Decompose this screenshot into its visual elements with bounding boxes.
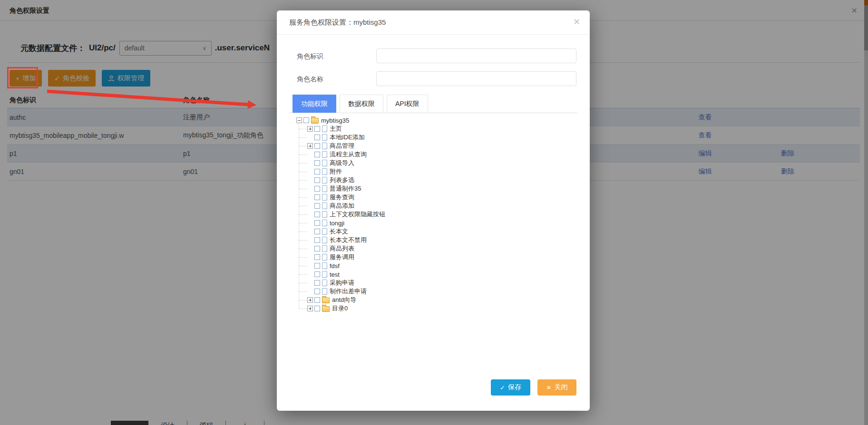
tree-checkbox[interactable] <box>314 237 320 243</box>
tree-node: mybtisg35 <box>277 116 590 125</box>
tree-node-label[interactable]: 流程主从查询 <box>330 150 367 159</box>
tree-node-icon <box>322 245 327 252</box>
tree-checkbox[interactable] <box>314 194 320 200</box>
tree-node-label[interactable]: 长本文不禁用 <box>330 236 367 244</box>
tree-node-label[interactable]: 商品列表 <box>330 244 354 253</box>
tree-node-label[interactable]: 服务调用 <box>330 253 354 261</box>
tree-node-label[interactable]: 商品管理 <box>330 142 354 150</box>
tree-checkbox[interactable] <box>314 135 320 140</box>
tree-node: 商品列表 <box>277 244 590 253</box>
tree-checkbox[interactable] <box>314 143 320 149</box>
tree-expand-toggle[interactable] <box>307 297 313 303</box>
tree-node: 目录0 <box>277 304 590 313</box>
tree-stub-line <box>299 206 307 206</box>
tree-node: antd向导 <box>277 296 590 304</box>
tree-expand-toggle[interactable] <box>307 143 313 149</box>
dialog-close-icon[interactable]: ✕ <box>573 17 580 27</box>
tree-node: 商品管理 <box>277 142 590 150</box>
close-button[interactable]: ✕ 关闭 <box>537 379 576 396</box>
tree-node-label[interactable]: 列表多选 <box>330 176 354 184</box>
tree-checkbox[interactable] <box>303 117 309 123</box>
tree-checkbox[interactable] <box>314 246 320 251</box>
tree-stub-line <box>299 163 307 164</box>
tree-expand-toggle[interactable] <box>296 117 302 123</box>
tree-node-label[interactable]: test <box>330 271 340 278</box>
tree-node: fdsf <box>277 261 590 270</box>
tree-node-icon <box>322 288 327 295</box>
tree-node: 商品添加 <box>277 202 590 210</box>
tree-checkbox[interactable] <box>314 220 320 226</box>
tree-node-icon <box>322 160 327 166</box>
tree-stub-line <box>299 155 307 155</box>
service-role-permission-dialog: 服务角色权限设置：mybtisg35 ✕ 角色标识 角色名称 功能权限 数据权限… <box>277 10 590 411</box>
tree-checkbox[interactable] <box>314 169 320 174</box>
role-id-input[interactable] <box>376 48 576 63</box>
tree-checkbox[interactable] <box>314 126 320 132</box>
tree-node-label[interactable]: 高级导入 <box>330 159 354 167</box>
tree-checkbox[interactable] <box>314 271 320 277</box>
tree-node-label[interactable]: 上下文权限隐藏按钮 <box>330 210 385 219</box>
tree-checkbox[interactable] <box>314 280 320 286</box>
tree-node-icon <box>322 185 327 192</box>
tree-checkbox[interactable] <box>314 254 320 260</box>
tree-stub-line <box>299 232 307 232</box>
tree-stub-line <box>299 291 307 292</box>
tree-node-icon <box>322 271 327 278</box>
tree-node-label[interactable]: 服务查询 <box>330 193 354 202</box>
tree-node: 流程主从查询 <box>277 150 590 159</box>
tree-node: 服务调用 <box>277 253 590 261</box>
tree-checkbox[interactable] <box>314 297 320 303</box>
tree-checkbox[interactable] <box>314 152 320 157</box>
tree-node-icon <box>322 168 327 175</box>
close-x-icon: ✕ <box>546 384 552 391</box>
tree-node-label[interactable]: 目录0 <box>332 304 348 313</box>
tree-node-label[interactable]: 长本文 <box>330 227 348 236</box>
tree-node-label[interactable]: 本地IDE添加 <box>330 133 365 142</box>
tree-stub-line <box>299 240 307 241</box>
tree-stub-line <box>299 309 307 309</box>
tree-checkbox[interactable] <box>314 289 320 294</box>
tree-node-icon <box>322 126 327 132</box>
role-name-input[interactable] <box>376 71 576 86</box>
tree-checkbox[interactable] <box>314 212 320 217</box>
save-button[interactable]: ✓ 保存 <box>491 379 530 396</box>
tree-checkbox[interactable] <box>314 203 320 209</box>
tree-node-icon <box>322 220 327 226</box>
tabbar-underline <box>289 113 577 113</box>
role-name-label: 角色名称 <box>297 75 323 84</box>
tree-node-label[interactable]: 普通制作35 <box>330 184 361 193</box>
tree-node-label[interactable]: 附件 <box>330 167 342 176</box>
permission-tab[interactable]: API权限 <box>387 95 428 113</box>
tree-node-icon <box>322 177 327 184</box>
tree-node-icon <box>322 143 327 149</box>
tree-node-label[interactable]: 制作出差申请 <box>330 287 367 296</box>
permission-tab[interactable]: 功能权限 <box>293 95 336 113</box>
tree-node: 列表多选 <box>277 176 590 184</box>
tree-checkbox[interactable] <box>314 160 320 166</box>
tree-expand-toggle[interactable] <box>307 306 313 311</box>
tree-stub-line <box>299 274 307 275</box>
tree-node-label[interactable]: tongji <box>330 220 344 227</box>
tree-stub-line <box>299 172 307 172</box>
tree-node-icon <box>322 151 327 158</box>
tree-checkbox[interactable] <box>314 229 320 234</box>
tree-node: 采购申请 <box>277 279 590 287</box>
dialog-title: 服务角色权限设置：mybtisg35 <box>289 18 386 27</box>
tree-node-icon <box>322 211 327 218</box>
tree-node-label[interactable]: antd向导 <box>332 296 356 304</box>
tree-checkbox[interactable] <box>314 186 320 192</box>
tree-node-label[interactable]: 采购申请 <box>330 279 354 287</box>
tree-checkbox[interactable] <box>314 306 320 311</box>
tree-node-label[interactable]: 商品添加 <box>330 202 354 210</box>
tree-checkbox[interactable] <box>314 263 320 269</box>
tree-stub-line <box>299 129 307 129</box>
tree-node-label[interactable]: mybtisg35 <box>321 117 349 124</box>
tree-expand-toggle[interactable] <box>307 126 313 132</box>
tree-node-icon <box>322 194 327 201</box>
tree-node-icon <box>322 262 327 269</box>
tree-node: 上下文权限隐藏按钮 <box>277 210 590 219</box>
permission-tab[interactable]: 数据权限 <box>340 95 383 113</box>
tree-node-label[interactable]: 主页 <box>330 125 342 133</box>
tree-checkbox[interactable] <box>314 177 320 183</box>
tree-node-label[interactable]: fdsf <box>330 262 340 270</box>
